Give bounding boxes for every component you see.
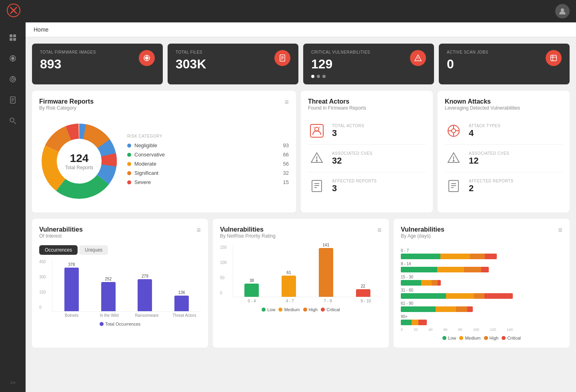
- occ-bars: 378 252 279: [52, 260, 201, 312]
- sidebar-item-search[interactable]: [4, 112, 22, 130]
- vuln-priority-menu[interactable]: ≡: [377, 226, 382, 234]
- bar-7-9: 141: [311, 243, 342, 297]
- priority-chart: 150100500 38 61: [220, 245, 382, 303]
- bar-ransomware: 279: [129, 274, 161, 311]
- occ-y-labels: 4503001500: [39, 260, 46, 310]
- sidebar-collapse[interactable]: >>: [10, 380, 16, 386]
- stat-card-firmware: TOTAL FIRMWARE IMAGES 893: [32, 44, 163, 84]
- occ-legend: Total Occurrences: [39, 322, 201, 326]
- reports-threat-icon: [308, 177, 326, 195]
- firmware-reports-title: Firmware Reports: [39, 98, 94, 105]
- topbar: [0, 0, 576, 22]
- firmware-reports-subtitle: By Risk Category: [39, 105, 94, 111]
- svg-line-46: [319, 127, 320, 128]
- age-row-0-7: 0 - 7: [401, 248, 562, 259]
- vuln-priority-subtitle: By NetRise Priority Rating: [220, 233, 276, 239]
- priority-legend: Low Medium High Critical: [220, 307, 382, 312]
- toggle-uniques[interactable]: Uniques: [79, 245, 108, 255]
- bar-0-4: 38: [236, 278, 267, 297]
- dot-2: [317, 75, 320, 78]
- metric-reports-attack: AFFECTED REPORTS 2: [445, 172, 562, 200]
- toggle-occurrences[interactable]: Occurrences: [39, 245, 78, 255]
- metric-reports-threat: AFFECTED REPORTS 3: [308, 172, 426, 200]
- priority-y-labels: 150100500: [220, 245, 227, 295]
- occ-x-labels: Botnets In the Wild Ransomware Threat Ac…: [52, 313, 201, 318]
- age-row-90plus: 90+: [401, 314, 562, 325]
- stat-label-files: TOTAL FILES: [176, 50, 206, 54]
- stat-value-vuln: 129: [311, 57, 370, 72]
- stat-label-vuln: CRITICAL VULNERABILITIES: [311, 50, 370, 54]
- actors-info: TOTAL ACTORS 3: [332, 124, 364, 138]
- main-content: Home TOTAL FIRMWARE IMAGES 893: [26, 22, 576, 392]
- known-attacks-title: Known Attacks: [445, 98, 520, 105]
- svg-rect-7: [13, 38, 16, 41]
- metric-cves-threat: ASSOCIATED CVES 32: [308, 145, 426, 172]
- scans-icon: [546, 50, 562, 66]
- donut-center: 124 Total Reports: [65, 152, 94, 170]
- bar-4-7: 61: [274, 270, 304, 297]
- stat-dots: [311, 75, 370, 78]
- attack-types-icon: [445, 122, 462, 140]
- age-row-15-30: 15 - 30: [401, 275, 562, 286]
- vuln-occ-menu[interactable]: ≡: [196, 226, 201, 234]
- stat-value-firmware: 893: [40, 57, 96, 72]
- legend-negligible: Negligible 93: [127, 142, 289, 148]
- bar-threat: 136: [166, 290, 198, 311]
- donut-legend: RISK CATEGORY Negligible 93 Conservative…: [127, 134, 289, 188]
- donut-chart: 124 Total Reports: [39, 121, 119, 201]
- stat-label-scans: ACTIVE SCAN JOBS: [447, 50, 488, 54]
- stat-card-vulnerabilities: CRITICAL VULNERABILITIES 129: [303, 44, 434, 84]
- svg-rect-6: [10, 38, 12, 41]
- cves-attack-info: ASSOCIATED CVES 12: [469, 151, 509, 166]
- vuln-occurrences-card: Vulnerabilities Of Interest ≡ Occurrence…: [32, 219, 208, 348]
- donut-total: 124: [65, 152, 94, 165]
- svg-point-3: [561, 8, 564, 12]
- attack-types-info: ATTACK TYPES 4: [469, 124, 500, 138]
- cves-attack-icon: [445, 150, 462, 167]
- svg-point-34: [418, 60, 418, 60]
- actors-icon: [308, 122, 326, 140]
- donut-container: 124 Total Reports RISK CATEGORY Negligib…: [39, 117, 289, 205]
- dot-1: [311, 75, 314, 78]
- firmware-icon: [139, 50, 155, 66]
- vuln-occ-subtitle: Of Interest: [39, 233, 83, 239]
- dot-3: [322, 75, 326, 78]
- svg-point-55: [452, 129, 456, 133]
- metric-attack-types: ATTACK TYPES 4: [445, 117, 562, 145]
- threat-actors-card: Threat Actors Found in Firmware Reports: [301, 91, 433, 212]
- firmware-reports-menu[interactable]: ≡: [284, 98, 289, 106]
- firmware-reports-card: Firmware Reports By Risk Category ≡: [32, 91, 296, 212]
- metric-actors: TOTAL ACTORS 3: [308, 117, 426, 145]
- legend-conservative: Conservative 66: [127, 152, 289, 158]
- vuln-icon: [410, 50, 426, 66]
- vuln-age-menu[interactable]: ≡: [558, 226, 562, 234]
- sidebar-item-firmware[interactable]: [4, 50, 22, 67]
- svg-rect-35: [551, 55, 556, 61]
- vuln-age-title: Vulnerabilities: [401, 226, 444, 233]
- donut-total-label: Total Reports: [65, 165, 94, 170]
- svg-point-20: [10, 118, 14, 122]
- breadcrumb: Home: [26, 22, 576, 37]
- bar-wild: 252: [92, 277, 124, 311]
- reports-threat-info: AFFECTED REPORTS 3: [332, 179, 377, 194]
- user-avatar[interactable]: [555, 4, 570, 18]
- sidebar-item-vulnerabilities[interactable]: [4, 70, 22, 88]
- vuln-priority-card: Vulnerabilities By NetRise Priority Rati…: [213, 219, 389, 348]
- reports-attack-info: AFFECTED REPORTS 2: [469, 179, 514, 194]
- age-legend: Low Medium High Critical: [401, 336, 562, 340]
- age-row-31-60: 31 - 60: [401, 288, 562, 299]
- legend-severe: Severe 15: [127, 179, 289, 185]
- stat-card-scans: ACTIVE SCAN JOBS 0: [439, 44, 570, 84]
- vuln-age-card: Vulnerabilities By Age (days) ≡ 0 - 7: [394, 219, 570, 348]
- sidebar-item-dashboard[interactable]: [4, 29, 22, 46]
- sidebar: >>: [0, 0, 26, 392]
- cves-threat-info: ASSOCIATED CVES 32: [332, 151, 372, 166]
- threat-actors-subtitle: Found in Firmware Reports: [308, 105, 366, 111]
- stat-card-files: TOTAL FILES 303K: [168, 44, 298, 84]
- logo: [6, 3, 21, 19]
- sidebar-item-reports[interactable]: [4, 91, 22, 109]
- svg-line-45: [314, 127, 314, 128]
- age-row-61-90: 61 - 90: [401, 301, 562, 312]
- priority-bars: 38 61 141: [233, 245, 382, 297]
- svg-point-62: [453, 160, 454, 161]
